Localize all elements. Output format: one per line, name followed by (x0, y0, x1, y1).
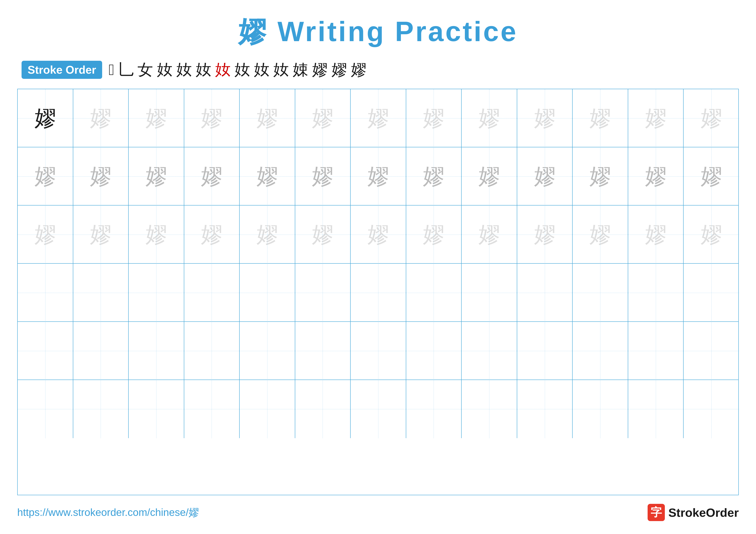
grid-cell-2-4[interactable]: 嫪 (184, 147, 240, 206)
grid-cell-4-1[interactable] (18, 264, 73, 322)
grid-cell-5-4[interactable] (184, 322, 240, 380)
char-display: 嫪 (90, 108, 111, 129)
grid-cell-1-5[interactable]: 嫪 (240, 89, 295, 147)
grid-cell-3-12[interactable]: 嫪 (628, 206, 684, 264)
grid-cell-4-3[interactable] (129, 264, 184, 322)
grid-cell-3-9[interactable]: 嫪 (462, 206, 517, 264)
grid-cell-3-10[interactable]: 嫪 (517, 206, 573, 264)
grid-cell-2-11[interactable]: 嫪 (573, 147, 628, 206)
grid-cell-2-6[interactable]: 嫪 (295, 147, 351, 206)
grid-cell-2-1[interactable]: 嫪 (18, 147, 73, 206)
grid-cell-6-11[interactable] (573, 380, 628, 438)
char-display: 嫪 (312, 108, 334, 129)
grid-cell-5-13[interactable] (684, 322, 739, 380)
grid-cell-3-7[interactable]: 嫪 (351, 206, 406, 264)
grid-cell-6-8[interactable] (406, 380, 462, 438)
grid-cell-5-9[interactable] (462, 322, 517, 380)
grid-cell-4-2[interactable] (73, 264, 129, 322)
grid-cell-5-10[interactable] (517, 322, 573, 380)
grid-cell-2-2[interactable]: 嫪 (73, 147, 129, 206)
char-display: 嫪 (534, 165, 555, 187)
grid-row-5 (18, 322, 738, 380)
grid-cell-5-7[interactable] (351, 322, 406, 380)
grid-cell-2-13[interactable]: 嫪 (684, 147, 739, 206)
grid-cell-3-2[interactable]: 嫪 (73, 206, 129, 264)
grid-cell-1-1[interactable]: 嫪 (18, 89, 73, 147)
grid-cell-5-8[interactable] (406, 322, 462, 380)
grid-cell-1-3[interactable]: 嫪 (129, 89, 184, 147)
grid-cell-3-4[interactable]: 嫪 (184, 206, 240, 264)
grid-cell-4-11[interactable] (573, 264, 628, 322)
grid-cell-3-5[interactable]: 嫪 (240, 206, 295, 264)
grid-cell-6-1[interactable] (18, 380, 73, 438)
grid-cell-1-9[interactable]: 嫪 (462, 89, 517, 147)
grid-cell-2-12[interactable]: 嫪 (628, 147, 684, 206)
grid-cell-4-12[interactable] (628, 264, 684, 322)
grid-cell-6-13[interactable] (684, 380, 739, 438)
grid-cell-1-6[interactable]: 嫪 (295, 89, 351, 147)
grid-cell-3-13[interactable]: 嫪 (684, 206, 739, 264)
grid-cell-5-11[interactable] (573, 322, 628, 380)
char-display: 嫪 (90, 165, 111, 187)
char-display: 嫪 (534, 108, 555, 129)
grid-cell-4-7[interactable] (351, 264, 406, 322)
char-display: 嫪 (201, 165, 222, 187)
grid-cell-3-1[interactable]: 嫪 (18, 206, 73, 264)
grid-cell-5-6[interactable] (295, 322, 351, 380)
grid-cell-3-11[interactable]: 嫪 (573, 206, 628, 264)
char-display: 嫪 (201, 108, 222, 129)
grid-cell-6-10[interactable] (517, 380, 573, 438)
grid-cell-3-6[interactable]: 嫪 (295, 206, 351, 264)
grid-cell-6-4[interactable] (184, 380, 240, 438)
grid-cell-6-6[interactable] (295, 380, 351, 438)
char-display: 嫪 (423, 224, 445, 245)
grid-cell-4-4[interactable] (184, 264, 240, 322)
stroke-char-9: 奻 (254, 60, 269, 80)
char-display: 嫪 (312, 224, 334, 245)
grid-cell-2-10[interactable]: 嫪 (517, 147, 573, 206)
grid-cell-6-7[interactable] (351, 380, 406, 438)
grid-cell-2-8[interactable]: 嫪 (406, 147, 462, 206)
grid-cell-1-11[interactable]: 嫪 (573, 89, 628, 147)
grid-cell-1-2[interactable]: 嫪 (73, 89, 129, 147)
grid-cell-6-12[interactable] (628, 380, 684, 438)
grid-cell-6-5[interactable] (240, 380, 295, 438)
char-display: 嫪 (35, 224, 56, 245)
char-display: 嫪 (478, 224, 500, 245)
grid-cell-4-13[interactable] (684, 264, 739, 322)
grid-cell-4-10[interactable] (517, 264, 573, 322)
grid-cell-2-9[interactable]: 嫪 (462, 147, 517, 206)
char-display: 嫪 (701, 165, 722, 187)
grid-cell-4-6[interactable] (295, 264, 351, 322)
grid-cell-5-1[interactable] (18, 322, 73, 380)
char-display: 嫪 (589, 108, 611, 129)
char-display: 嫪 (645, 224, 666, 245)
stroke-char-11: 娕 (293, 60, 308, 80)
grid-cell-4-9[interactable] (462, 264, 517, 322)
grid-cell-3-3[interactable]: 嫪 (129, 206, 184, 264)
grid-cell-5-2[interactable] (73, 322, 129, 380)
grid-cell-1-8[interactable]: 嫪 (406, 89, 462, 147)
grid-cell-1-7[interactable]: 嫪 (351, 89, 406, 147)
char-display: 嫪 (312, 165, 334, 187)
grid-cell-2-5[interactable]: 嫪 (240, 147, 295, 206)
stroke-chars: 𠃌 乚 女 奻 奻 奻 奻 奻 奻 奻 娕 嫪 嫪 嫪 (109, 60, 366, 80)
grid-cell-6-9[interactable] (462, 380, 517, 438)
grid-cell-1-4[interactable]: 嫪 (184, 89, 240, 147)
grid-cell-6-2[interactable] (73, 380, 129, 438)
grid-cell-4-8[interactable] (406, 264, 462, 322)
grid-cell-1-10[interactable]: 嫪 (517, 89, 573, 147)
grid-cell-5-5[interactable] (240, 322, 295, 380)
grid-cell-2-3[interactable]: 嫪 (129, 147, 184, 206)
char-display: 嫪 (589, 224, 611, 245)
grid-cell-5-12[interactable] (628, 322, 684, 380)
char-display: 嫪 (367, 108, 389, 129)
page-title: 嫪 Writing Practice (238, 13, 518, 51)
grid-cell-4-5[interactable] (240, 264, 295, 322)
grid-cell-2-7[interactable]: 嫪 (351, 147, 406, 206)
grid-cell-5-3[interactable] (129, 322, 184, 380)
grid-cell-1-12[interactable]: 嫪 (628, 89, 684, 147)
grid-cell-1-13[interactable]: 嫪 (684, 89, 739, 147)
grid-cell-3-8[interactable]: 嫪 (406, 206, 462, 264)
grid-cell-6-3[interactable] (129, 380, 184, 438)
